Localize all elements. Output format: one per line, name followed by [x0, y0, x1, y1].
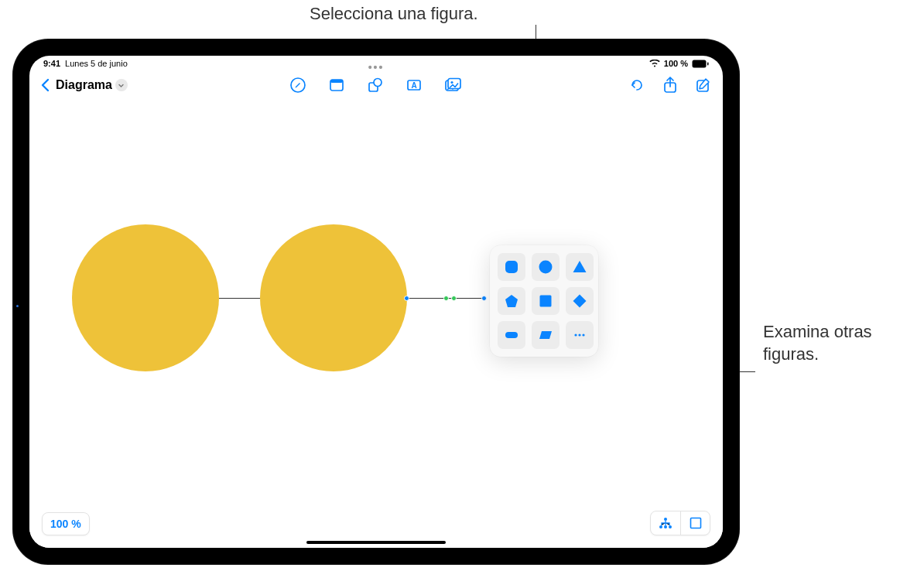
share-button[interactable]: [662, 76, 678, 94]
shape-circle-icon[interactable]: [532, 253, 560, 281]
text-box-button[interactable]: A: [406, 77, 423, 94]
svg-point-25: [669, 525, 672, 528]
sticky-note-button[interactable]: [328, 77, 345, 94]
shape-triangle-icon[interactable]: [566, 253, 594, 281]
media-button[interactable]: [444, 77, 463, 94]
svg-rect-15: [505, 261, 518, 273]
wifi-icon: [649, 60, 660, 67]
svg-text:A: A: [411, 81, 416, 90]
callout-select-shape: Selecciona una figura.: [310, 3, 478, 26]
app-toolbar: Diagrama A: [29, 70, 723, 104]
svg-point-23: [659, 525, 662, 528]
selection-mode-button[interactable]: [680, 511, 710, 535]
shape-rounded-square-icon[interactable]: [498, 253, 525, 281]
draw-tool-button[interactable]: [289, 77, 306, 94]
shape-circle[interactable]: [260, 224, 407, 371]
svg-point-22: [664, 518, 667, 521]
undo-button[interactable]: [628, 76, 645, 94]
more-shapes-button[interactable]: [566, 321, 594, 349]
side-indicator: [16, 305, 19, 307]
ipad-screen: 9:41 Lunes 5 de junio ••• 100 %: [29, 56, 723, 548]
svg-rect-18: [505, 332, 518, 338]
shape-parallelogram-icon[interactable]: [532, 321, 560, 349]
shapes-button[interactable]: [367, 77, 384, 94]
shape-pentagon-icon[interactable]: [498, 287, 525, 315]
svg-point-16: [539, 261, 553, 274]
connector-start-handle[interactable]: [404, 296, 409, 301]
svg-rect-4: [330, 80, 343, 83]
svg-rect-17: [540, 296, 552, 307]
svg-point-24: [664, 525, 667, 528]
svg-point-21: [582, 333, 584, 336]
svg-rect-26: [690, 518, 700, 528]
back-button[interactable]: [40, 78, 50, 92]
callout-more-shapes: Examina otras figuras.: [763, 321, 872, 365]
connector-end-handle[interactable]: [481, 296, 487, 301]
shape-pill-icon[interactable]: [498, 321, 525, 349]
status-bar: 9:41 Lunes 5 de junio ••• 100 %: [29, 56, 723, 70]
ipad-frame: 9:41 Lunes 5 de junio ••• 100 %: [12, 39, 740, 565]
connector-mid-handle[interactable]: [451, 296, 457, 301]
status-date: Lunes 5 de junio: [65, 59, 128, 68]
status-time: 9:41: [43, 59, 60, 68]
svg-point-20: [578, 333, 580, 336]
shape-square-icon[interactable]: [532, 287, 560, 315]
svg-point-12: [450, 81, 453, 84]
battery-percent: 100 %: [664, 59, 688, 68]
chevron-down-icon[interactable]: [115, 79, 128, 91]
shape-circle[interactable]: [72, 224, 219, 371]
shape-diamond-icon[interactable]: [566, 287, 594, 315]
diagram-navigator-button[interactable]: [651, 511, 680, 535]
bottom-right-controls: [650, 511, 710, 535]
svg-rect-1: [707, 62, 709, 65]
compose-button[interactable]: [695, 76, 712, 94]
svg-rect-0: [693, 60, 707, 67]
canvas[interactable]: 100 %: [29, 110, 723, 548]
document-title[interactable]: Diagrama: [56, 78, 128, 92]
svg-point-19: [574, 333, 577, 336]
zoom-level-button[interactable]: 100 %: [42, 512, 90, 535]
connector-line[interactable]: [219, 298, 261, 299]
svg-point-6: [374, 79, 382, 87]
connector-mid-handle[interactable]: [443, 296, 449, 301]
home-indicator[interactable]: [306, 541, 446, 544]
shape-picker-popup: [490, 245, 598, 357]
battery-icon: [692, 60, 709, 68]
